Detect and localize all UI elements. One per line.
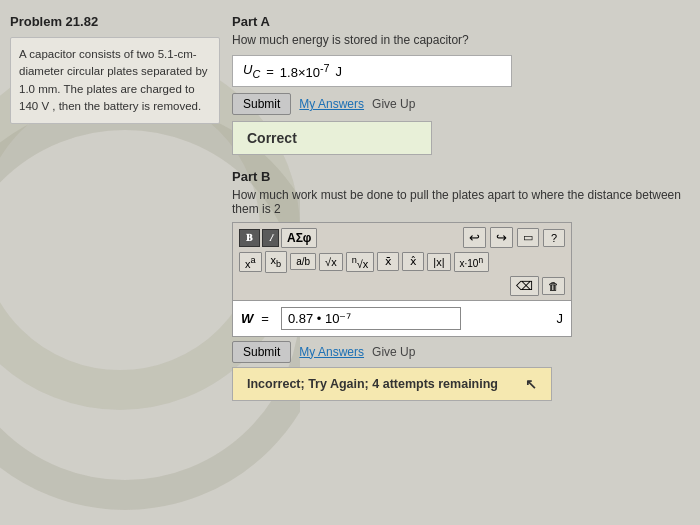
part-a-result-label: Correct	[247, 130, 297, 146]
part-b-button-row: Submit My Answers Give Up	[232, 341, 690, 363]
part-a-answer-box: UC = 1.8×10-7 J	[232, 55, 512, 87]
toolbar-xb-btn[interactable]: xb	[265, 251, 288, 272]
toolbar-sqrt-btn[interactable]: √x	[319, 253, 343, 271]
toolbar-greek-btn[interactable]: ΑΣφ	[281, 228, 317, 248]
part-b-section: Part B How much work must be done to pul…	[232, 169, 690, 400]
part-a-label: Part A	[232, 14, 690, 29]
toolbar-clear-btn[interactable]: 🗑	[542, 277, 565, 295]
toolbar-redo-btn[interactable]: ↪	[490, 227, 513, 248]
right-panel: Part A How much energy is stored in the …	[232, 14, 690, 515]
toolbar-sci-btn[interactable]: x·10n	[454, 252, 490, 272]
toolbar-italic-btn[interactable]: 𝐼	[262, 229, 279, 247]
part-a-equals: =	[266, 64, 274, 79]
part-b-incorrect-box: Incorrect; Try Again; 4 attempts remaini…	[232, 367, 552, 401]
toolbar-row3: ⌫ 🗑	[239, 276, 565, 296]
part-b-give-up-link[interactable]: Give Up	[372, 345, 415, 359]
part-b-answer-input[interactable]	[281, 307, 461, 330]
part-b-question: How much work must be done to pull the p…	[232, 188, 690, 216]
left-panel: Problem 21.82 A capacitor consists of tw…	[10, 14, 220, 515]
part-b-unit: J	[557, 311, 564, 326]
part-b-my-answers-link[interactable]: My Answers	[299, 345, 364, 359]
toolbar-help-btn[interactable]: ?	[543, 229, 565, 247]
toolbar-row1: 𝐁 𝐼 ΑΣφ ↩ ↪ ▭ ?	[239, 227, 565, 248]
math-toolbar: 𝐁 𝐼 ΑΣφ ↩ ↪ ▭ ? xa xb a/b √x	[232, 222, 572, 299]
part-a-value: 1.8×10-7	[280, 62, 330, 80]
toolbar-row2: xa xb a/b √x n√x x̄ x̂ |x| x·10n	[239, 251, 565, 272]
part-a-give-up-link[interactable]: Give Up	[372, 97, 415, 111]
part-b-label: Part B	[232, 169, 690, 184]
part-a-button-row: Submit My Answers Give Up	[232, 93, 690, 115]
toolbar-bold-btn[interactable]: 𝐁	[239, 229, 260, 247]
toolbar-abs-btn[interactable]: |x|	[427, 253, 450, 271]
part-b-submit-button[interactable]: Submit	[232, 341, 291, 363]
toolbar-xbar-btn[interactable]: x̄	[377, 252, 399, 271]
math-input-row: W = J	[232, 300, 572, 337]
toolbar-xhat-btn[interactable]: x̂	[402, 252, 424, 271]
part-b-result-label: Incorrect; Try Again; 4 attempts remaini…	[247, 377, 498, 391]
part-a-my-answers-link[interactable]: My Answers	[299, 97, 364, 111]
toolbar-undo-btn[interactable]: ↩	[463, 227, 486, 248]
part-a-section: Part A How much energy is stored in the …	[232, 14, 690, 155]
part-a-uc-label: UC	[243, 62, 260, 80]
toolbar-box-btn[interactable]: ▭	[517, 228, 539, 247]
toolbar-xn-btn[interactable]: xa	[239, 252, 262, 273]
part-a-correct-box: Correct	[232, 121, 432, 155]
toolbar-right: ↩ ↪ ▭ ?	[463, 227, 565, 248]
toolbar-backspace-btn[interactable]: ⌫	[510, 276, 539, 296]
part-b-w-label: W	[241, 311, 253, 326]
part-b-equals: =	[261, 311, 269, 326]
problem-description: A capacitor consists of two 5.1-cm-diame…	[10, 37, 220, 124]
toolbar-left: 𝐁 𝐼 ΑΣφ	[239, 228, 317, 248]
part-a-unit: J	[336, 64, 343, 79]
toolbar-frac-btn[interactable]: a/b	[290, 253, 316, 270]
part-a-submit-button[interactable]: Submit	[232, 93, 291, 115]
toolbar-nsqrt-btn[interactable]: n√x	[346, 252, 375, 273]
problem-title: Problem 21.82	[10, 14, 220, 29]
part-a-question: How much energy is stored in the capacit…	[232, 33, 690, 47]
cursor-icon: ↖	[525, 376, 537, 392]
